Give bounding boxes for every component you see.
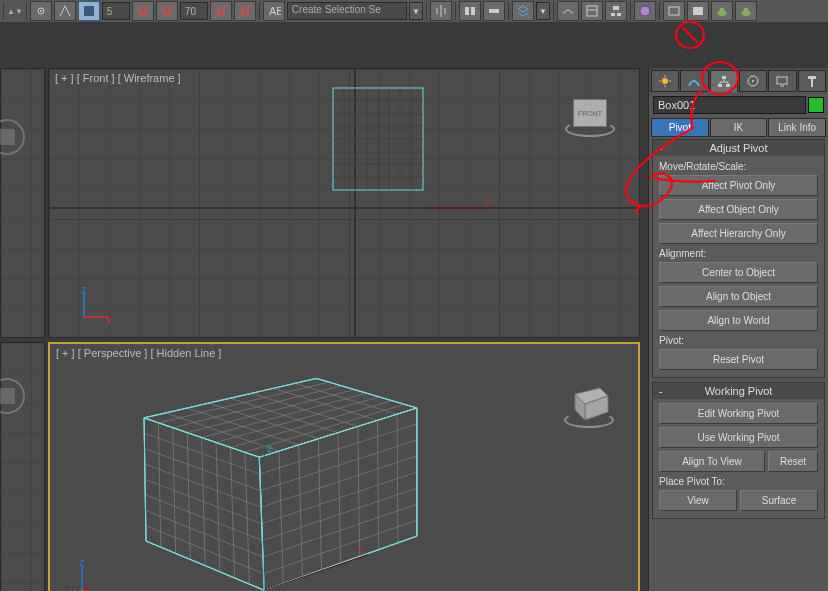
- align-icon: [463, 4, 477, 18]
- sun-icon: [658, 74, 672, 88]
- viewcube-ring[interactable]: [565, 121, 615, 137]
- alignment-label: Alignment:: [659, 247, 818, 262]
- object-color-swatch[interactable]: [808, 97, 824, 113]
- snap-btn-a[interactable]: [132, 1, 154, 21]
- viewcube[interactable]: FRONT: [561, 89, 619, 147]
- align-to-world-button[interactable]: Align to World: [659, 310, 818, 331]
- material-icon: [638, 4, 652, 18]
- mirror-icon: [434, 4, 448, 18]
- viewport-label[interactable]: [ + ] [ Front ] [ Wireframe ]: [55, 72, 181, 84]
- affect-hierarchy-only-button[interactable]: Affect Hierarchy Only: [659, 223, 818, 244]
- tab-hierarchy[interactable]: [710, 70, 738, 92]
- svg-rect-4: [465, 7, 469, 15]
- tab-utilities[interactable]: [798, 70, 826, 92]
- svg-rect-11: [617, 13, 621, 16]
- place-pivot-label: Place Pivot To:: [659, 475, 818, 490]
- tab-modify[interactable]: [680, 70, 708, 92]
- svg-rect-2: [84, 6, 94, 16]
- snap-value-1[interactable]: [102, 2, 130, 20]
- toolbar-separator: [455, 2, 456, 20]
- spinner-arrows[interactable]: ▲▼: [7, 7, 23, 16]
- center-to-object-button[interactable]: Center to Object: [659, 262, 818, 283]
- viewport-bottom-left[interactable]: [0, 342, 45, 591]
- grid-icon: [82, 4, 96, 18]
- reset-pivot-button[interactable]: Reset Pivot: [659, 349, 818, 370]
- svg-rect-6: [489, 9, 499, 13]
- axis-gizmo: z x y: [70, 560, 110, 591]
- svg-point-104: [662, 78, 668, 84]
- snap-toggle-button[interactable]: [30, 1, 52, 21]
- viewcube[interactable]: [560, 374, 618, 432]
- svg-text:x: x: [485, 195, 491, 207]
- reset-working-pivot-button[interactable]: Reset: [768, 451, 818, 472]
- place-surface-button[interactable]: Surface: [740, 490, 818, 511]
- teapot-icon: [739, 4, 753, 18]
- svg-text:x: x: [106, 314, 112, 326]
- subtab-link-info[interactable]: Link Info: [768, 118, 826, 137]
- snap-btn-d[interactable]: [234, 1, 256, 21]
- svg-text:z: z: [79, 560, 85, 568]
- align-to-object-button[interactable]: Align to Object: [659, 286, 818, 307]
- affect-object-only-button[interactable]: Affect Object Only: [659, 199, 818, 220]
- align-button[interactable]: [459, 1, 481, 21]
- viewport-top-left[interactable]: [0, 68, 45, 338]
- svg-rect-110: [718, 84, 722, 87]
- svg-point-12: [640, 6, 650, 16]
- main-toolbar: ▲▼ ABC Create Selection Se ▼ ▼: [0, 0, 828, 22]
- curve-icon: [561, 4, 575, 18]
- snap-icon: [34, 4, 48, 18]
- snap-btn-b[interactable]: [156, 1, 178, 21]
- snap-btn-c[interactable]: [210, 1, 232, 21]
- tab-create[interactable]: [651, 70, 679, 92]
- affect-pivot-only-button[interactable]: Affect Pivot Only: [659, 175, 818, 196]
- named-selection-dropdown[interactable]: Create Selection Se: [287, 2, 407, 20]
- viewport-label[interactable]: [ + ] [ Perspective ] [ Hidden Line ]: [56, 347, 221, 359]
- place-view-button[interactable]: View: [659, 490, 737, 511]
- hierarchy-icon: [717, 75, 731, 89]
- use-working-pivot-button[interactable]: Use Working Pivot: [659, 427, 818, 448]
- rollout-title: Working Pivot: [705, 385, 773, 397]
- svg-text:y: y: [70, 586, 76, 591]
- svg-rect-121: [811, 79, 813, 87]
- layer-dropdown-arrow[interactable]: ▼: [536, 2, 550, 20]
- render-button[interactable]: [711, 1, 733, 21]
- align-to-view-button[interactable]: Align To View: [659, 451, 765, 472]
- viewport-perspective[interactable]: [ + ] [ Perspective ] [ Hidden Line ]: [48, 342, 640, 591]
- material-editor-button[interactable]: [634, 1, 656, 21]
- mirror-button[interactable]: [430, 1, 452, 21]
- percent-snap-button[interactable]: [78, 1, 100, 21]
- viewport-front[interactable]: [ + ] [ Front ] [ Wireframe ]: [48, 68, 640, 338]
- tab-display[interactable]: [768, 70, 796, 92]
- viewport-grid: [1, 69, 44, 337]
- svg-point-117: [752, 80, 754, 82]
- text-icon: ABC: [267, 4, 281, 18]
- schematic-button[interactable]: [605, 1, 627, 21]
- svg-text:z: z: [267, 442, 273, 454]
- snap-value-2[interactable]: [180, 2, 208, 20]
- dropdown-arrow[interactable]: ▼: [409, 2, 423, 20]
- render-setup-button[interactable]: [663, 1, 685, 21]
- object-name-field[interactable]: [653, 96, 806, 114]
- curve-editor-button[interactable]: [557, 1, 579, 21]
- svg-rect-14: [693, 7, 703, 15]
- viewcube-ring[interactable]: [564, 412, 614, 428]
- rollout-header[interactable]: -Adjust Pivot: [653, 140, 824, 156]
- render-prod-button[interactable]: [735, 1, 757, 21]
- angle-snap-button[interactable]: [54, 1, 76, 21]
- layers-icon: [516, 4, 530, 18]
- dope-sheet-button[interactable]: [581, 1, 603, 21]
- tab-motion[interactable]: [739, 70, 767, 92]
- viewport-grid: x: [49, 69, 639, 337]
- toolbar-separator: [630, 2, 631, 20]
- subtab-pivot[interactable]: Pivot: [651, 118, 709, 137]
- magnet-icon: [238, 4, 252, 18]
- named-sel-edit-button[interactable]: ABC: [263, 1, 285, 21]
- render-frame-button[interactable]: [687, 1, 709, 21]
- subtab-ik[interactable]: IK: [710, 118, 768, 137]
- rollout-header[interactable]: -Working Pivot: [653, 383, 824, 399]
- align-btn-2[interactable]: [483, 1, 505, 21]
- layer-button[interactable]: [512, 1, 534, 21]
- edit-working-pivot-button[interactable]: Edit Working Pivot: [659, 403, 818, 424]
- teapot-icon: [715, 4, 729, 18]
- rollout-adjust-pivot: -Adjust Pivot Move/Rotate/Scale: Affect …: [652, 139, 825, 378]
